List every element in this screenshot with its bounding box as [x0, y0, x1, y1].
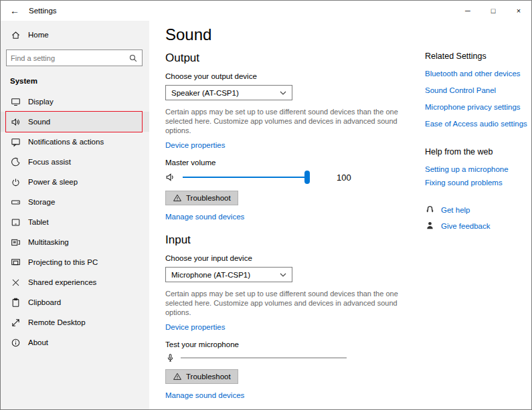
input-device-label: Choose your input device	[165, 253, 401, 263]
sidebar-item-label: Sound	[28, 118, 50, 126]
output-manage-sound-devices-link[interactable]: Manage sound devices	[165, 212, 244, 221]
get-help-icon	[425, 205, 435, 215]
output-description: Certain apps may be set up to use differ…	[165, 107, 400, 135]
link-sound-control-panel[interactable]: Sound Control Panel	[425, 86, 496, 95]
sidebar-section-system: System	[10, 77, 149, 85]
power-icon	[10, 177, 21, 187]
sidebar-item-tablet[interactable]: Tablet	[1, 212, 149, 232]
master-volume-value: 100	[337, 173, 351, 183]
sidebar-item-display[interactable]: Display	[1, 92, 149, 112]
search-icon[interactable]	[124, 54, 142, 63]
back-arrow-icon: ←	[10, 5, 19, 16]
back-button[interactable]: ←	[1, 1, 29, 21]
input-device-properties-link[interactable]: Device properties	[165, 322, 225, 332]
link-bluetooth-and-other-devices[interactable]: Bluetooth and other devices	[425, 69, 521, 78]
search-box	[6, 49, 143, 66]
input-troubleshoot-button[interactable]: Troubleshoot	[165, 369, 238, 384]
sidebar-item-label: Focus assist	[28, 158, 71, 166]
input-section-heading: Input	[165, 233, 401, 247]
red-highlight-annotation	[5, 111, 143, 132]
microphone-icon	[165, 353, 175, 363]
give-feedback-row: Give feedback	[425, 221, 531, 231]
sidebar-item-shared-experiences[interactable]: Shared experiences	[1, 272, 149, 292]
sidebar-item-sound[interactable]: Sound	[1, 112, 149, 132]
sidebar-item-label: Projecting to this PC	[28, 258, 98, 266]
sidebar-item-multitasking[interactable]: Multitasking	[1, 232, 149, 252]
speaker-icon[interactable]	[165, 172, 176, 183]
master-volume-slider[interactable]	[183, 171, 310, 184]
sidebar-item-power-sleep[interactable]: Power & sleep	[1, 172, 149, 192]
output-section-heading: Output	[165, 52, 401, 65]
get-help-link[interactable]: Get help	[441, 205, 470, 215]
titlebar: ← Settings ─ □ ×	[1, 1, 531, 21]
link-microphone-privacy-settings[interactable]: Microphone privacy settings	[425, 102, 521, 112]
master-volume-row: 100	[165, 171, 401, 184]
get-help-row: Get help	[425, 205, 531, 215]
sidebar-item-storage[interactable]: Storage	[1, 192, 149, 212]
sound-icon	[10, 117, 21, 127]
sidebar-item-label: Clipboard	[28, 298, 61, 306]
output-device-dropdown[interactable]: Speaker (AT-CSP1)	[165, 85, 292, 100]
display-icon	[10, 97, 21, 107]
sidebar-item-home[interactable]: Home	[1, 25, 149, 45]
window-title: Settings	[29, 7, 57, 15]
input-manage-sound-devices-link[interactable]: Manage sound devices	[165, 391, 244, 400]
storage-icon	[10, 197, 21, 207]
input-device-value: Microphone (AT-CSP1)	[171, 271, 250, 279]
sidebar-item-projecting[interactable]: Projecting to this PC	[1, 252, 149, 272]
link-ease-of-access-audio-settings[interactable]: Ease of Access audio settings	[425, 119, 527, 128]
sidebar-item-label: Display	[28, 98, 54, 106]
close-icon: ×	[517, 7, 521, 15]
sidebar-item-label: Tablet	[28, 218, 49, 226]
input-device-dropdown[interactable]: Microphone (AT-CSP1)	[165, 267, 292, 282]
home-icon	[10, 30, 21, 40]
sidebar: Home System Display Sound Notificat	[1, 21, 149, 409]
multitasking-icon	[10, 237, 21, 247]
minimize-button[interactable]: ─	[455, 1, 480, 21]
minimize-icon: ─	[465, 7, 470, 15]
input-description: Certain apps may be set up to use differ…	[165, 289, 400, 317]
sidebar-item-label: Shared experiences	[28, 278, 96, 286]
shared-experiences-icon	[10, 278, 21, 288]
output-device-properties-link[interactable]: Device properties	[165, 140, 225, 150]
maximize-button[interactable]: □	[480, 1, 506, 21]
output-device-value: Speaker (AT-CSP1)	[171, 89, 239, 97]
output-troubleshoot-button[interactable]: Troubleshoot	[165, 191, 238, 205]
warning-icon	[173, 193, 182, 203]
troubleshoot-label: Troubleshoot	[186, 194, 231, 202]
sound-settings-page: Sound Output Choose your output device S…	[149, 21, 531, 409]
sidebar-item-label: About	[28, 338, 48, 346]
output-device-label: Choose your output device	[165, 72, 401, 81]
notifications-icon	[10, 137, 21, 147]
help-from-web-heading: Help from the web	[425, 147, 531, 157]
sidebar-item-remote-desktop[interactable]: Remote Desktop	[1, 312, 149, 332]
mic-level-meter	[181, 357, 347, 358]
sidebar-item-label: Storage	[28, 198, 55, 206]
sidebar-item-label: Notifications & actions	[28, 138, 104, 146]
focus-assist-icon	[10, 157, 21, 167]
sidebar-item-clipboard[interactable]: Clipboard	[1, 292, 149, 312]
test-microphone-label: Test your microphone	[165, 340, 401, 349]
sidebar-item-label: Multitasking	[28, 238, 69, 246]
remote-desktop-icon	[10, 318, 21, 328]
link-fixing-sound-problems[interactable]: Fixing sound problems	[425, 178, 503, 187]
close-button[interactable]: ×	[506, 1, 531, 21]
sidebar-item-notifications[interactable]: Notifications & actions	[1, 132, 149, 152]
mic-test-row	[165, 352, 401, 364]
slider-fill	[183, 177, 306, 178]
chevron-down-icon	[280, 91, 286, 95]
related-settings-panel: Related Settings Bluetooth and other dev…	[425, 21, 531, 409]
give-feedback-link[interactable]: Give feedback	[441, 221, 491, 231]
about-icon	[10, 338, 21, 348]
clipboard-icon	[10, 298, 21, 308]
sidebar-item-label: Home	[28, 31, 49, 39]
give-feedback-icon	[425, 221, 435, 231]
chevron-down-icon	[280, 273, 286, 277]
slider-thumb[interactable]	[304, 171, 310, 184]
troubleshoot-label: Troubleshoot	[186, 373, 231, 381]
sidebar-item-about[interactable]: About	[1, 332, 149, 352]
sidebar-item-focus-assist[interactable]: Focus assist	[1, 152, 149, 172]
page-title: Sound	[165, 26, 401, 43]
search-input[interactable]	[7, 54, 124, 62]
link-setting-up-a-microphone[interactable]: Setting up a microphone	[425, 165, 509, 174]
